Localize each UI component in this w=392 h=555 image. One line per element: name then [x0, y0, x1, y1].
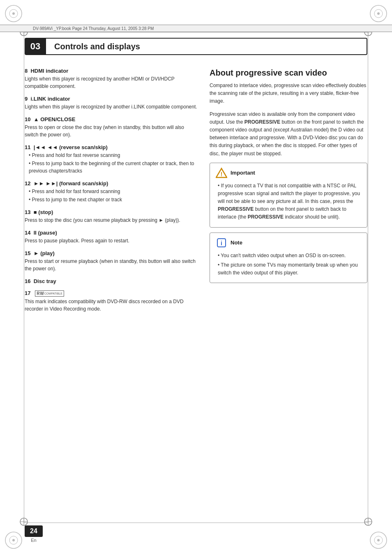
corner-decoration-tl	[3, 3, 24, 25]
chapter-title-box: Controls and displays	[46, 38, 367, 55]
svg-text:i: i	[221, 240, 222, 246]
page-footer: 24 En	[25, 525, 43, 543]
section-17-number: 17	[25, 290, 34, 296]
important-header: ! Important	[216, 167, 361, 179]
section-11-item-2: Press to jump back to the beginning of t…	[29, 160, 197, 175]
section-13: 13 ■ (stop) Press to stop the disc (you …	[25, 209, 197, 224]
section-10: 10 ▲ OPEN/CLOSE Press to open or close t…	[25, 116, 197, 138]
section-16-label: Disc tray	[34, 278, 56, 284]
progressive-label-2: PROGRESSIVE	[218, 206, 254, 212]
right-border	[368, 32, 368, 523]
page-language: En	[31, 538, 36, 543]
section-15-title: 15 ► (play)	[25, 250, 197, 256]
section-14: 14 II (pause) Press to pause playback. P…	[25, 230, 197, 244]
section-9-title: 9 i.LINK indicator	[25, 96, 197, 102]
section-17-title: 17 RWCOMPATIBLE	[25, 290, 197, 297]
section-12-body: Press and hold for fast forward scanning…	[25, 188, 197, 203]
section-15-body: Press to start or resume playback (when …	[25, 258, 197, 272]
bottom-border	[24, 523, 368, 523]
note-list: You can't switch video output when an OS…	[216, 252, 361, 277]
note-icon: i	[216, 237, 227, 249]
section-11-label: |◄◄ ◄◄ (reverse scan/skip)	[34, 144, 108, 150]
corner-decoration-bl	[3, 530, 24, 552]
header-text: DV-989AVi _YP.book Page 24 Thursday, Aug…	[33, 26, 154, 31]
section-14-number: 14	[25, 230, 34, 236]
progressive-label-1: PROGRESSIVE	[244, 119, 280, 125]
svg-point-23	[377, 539, 380, 541]
svg-point-20	[12, 539, 15, 541]
note-body: You can't switch video output when an OS…	[216, 252, 361, 277]
svg-point-14	[12, 12, 15, 15]
section-12-title: 12 ►► ►►| (forward scan/skip)	[25, 180, 197, 187]
corner-decoration-tr	[368, 3, 389, 25]
section-10-number: 10	[25, 116, 34, 122]
note-header: i Note	[216, 237, 361, 249]
section-12-label: ►► ►►| (forward scan/skip)	[34, 180, 108, 187]
section-14-label: II (pause)	[34, 230, 57, 236]
section-13-number: 13	[25, 209, 34, 215]
section-11-list: Press and hold for fast reverse scanning…	[25, 152, 197, 175]
section-13-label: ■ (stop)	[34, 209, 53, 215]
important-list: If you connect a TV that is not compatib…	[216, 182, 361, 221]
section-14-body: Press to pause playback. Press again to …	[25, 237, 197, 244]
section-13-title: 13 ■ (stop)	[25, 209, 197, 215]
section-8-title: 8 HDMI indicator	[25, 68, 197, 74]
section-12: 12 ►► ►►| (forward scan/skip) Press and …	[25, 180, 197, 203]
important-box: ! Important If you connect a TV that is …	[210, 163, 367, 228]
chapter-number: 03	[25, 38, 46, 55]
header-bar: DV-989AVi _YP.book Page 24 Thursday, Aug…	[0, 25, 392, 32]
svg-text:!: !	[221, 171, 223, 177]
section-12-item-1: Press and hold for fast forward scanning	[29, 188, 197, 195]
section-12-list: Press and hold for fast forward scanning…	[25, 188, 197, 203]
important-label: Important	[231, 170, 255, 176]
progressive-label-3: PROGRESSIVE	[248, 214, 284, 220]
section-10-body: Press to open or close the disc tray (wh…	[25, 124, 197, 138]
section-8-number: 8	[25, 68, 30, 74]
section-10-label: ▲ OPEN/CLOSE	[34, 116, 76, 122]
section-15-label: ► (play)	[34, 250, 55, 256]
section-16-number: 16	[25, 278, 34, 284]
section-17: 17 RWCOMPATIBLE This mark indicates comp…	[25, 290, 197, 313]
section-8: 8 HDMI indicator Lights when this player…	[25, 68, 197, 90]
about-para-2: Progressive scan video is available only…	[210, 111, 367, 158]
main-content: 8 HDMI indicator Lights when this player…	[25, 64, 367, 522]
section-11-item-1: Press and hold for fast reverse scanning	[29, 152, 197, 159]
important-icon: !	[216, 167, 227, 179]
section-16: 16 Disc tray	[25, 278, 197, 284]
note-item-2: The picture on some TVs may momentarily …	[218, 261, 361, 277]
section-10-title: 10 ▲ OPEN/CLOSE	[25, 116, 197, 122]
important-body: If you connect a TV that is not compatib…	[216, 182, 361, 221]
top-border	[24, 32, 368, 32]
chapter-header: 03 Controls and displays	[25, 38, 367, 55]
section-9-label: i.LINK indicator	[30, 96, 70, 102]
section-9-body: Lights when this player is recognized by…	[25, 103, 197, 111]
section-9-number: 9	[25, 96, 30, 102]
right-column: About progressive scan video Compared to…	[210, 64, 367, 522]
section-16-title: 16 Disc tray	[25, 278, 197, 284]
rw-logo: RWCOMPATIBLE	[35, 290, 64, 297]
about-para-1: Compared to interlace video, progressive…	[210, 82, 367, 106]
section-11-number: 11	[25, 144, 34, 150]
section-12-number: 12	[25, 180, 34, 187]
about-title: About progressive scan video	[210, 68, 367, 78]
section-8-label: HDMI indicator	[30, 68, 68, 74]
section-11-title: 11 |◄◄ ◄◄ (reverse scan/skip)	[25, 144, 197, 150]
left-column: 8 HDMI indicator Lights when this player…	[25, 64, 197, 522]
left-border	[24, 32, 24, 523]
section-8-body: Lights when this player is recognized by…	[25, 75, 197, 90]
section-11: 11 |◄◄ ◄◄ (reverse scan/skip) Press and …	[25, 144, 197, 175]
note-box: i Note You can't switch video output whe…	[210, 233, 367, 283]
note-label: Note	[231, 240, 242, 246]
section-9: 9 i.LINK indicator Lights when this play…	[25, 96, 197, 111]
section-13-body: Press to stop the disc (you can resume p…	[25, 216, 197, 224]
section-14-title: 14 II (pause)	[25, 230, 197, 236]
section-17-body: This mark indicates compatibility with D…	[25, 298, 197, 313]
svg-point-17	[377, 12, 380, 15]
section-11-body: Press and hold for fast reverse scanning…	[25, 152, 197, 175]
important-item-1: If you connect a TV that is not compatib…	[218, 182, 361, 221]
chapter-title: Controls and displays	[54, 42, 140, 51]
section-15: 15 ► (play) Press to start or resume pla…	[25, 250, 197, 272]
section-12-item-2: Press to jump to the next chapter or tra…	[29, 196, 197, 203]
note-item-1: You can't switch video output when an OS…	[218, 252, 361, 260]
corner-decoration-br	[368, 530, 389, 552]
